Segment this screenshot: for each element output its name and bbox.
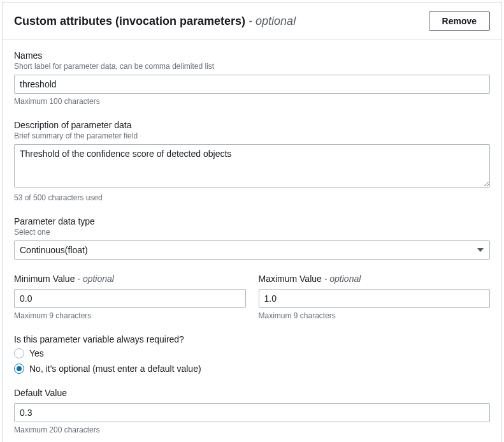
panel-title-wrap: Custom attributes (invocation parameters… — [14, 15, 296, 28]
max-value-input[interactable] — [259, 289, 491, 308]
default-value-label: Default Value — [14, 388, 490, 398]
panel-body: Names Short label for parameter data, ca… — [3, 40, 501, 442]
names-sublabel: Short label for parameter data, can be c… — [14, 62, 490, 71]
data-type-field: Parameter data type Select one Continuou… — [14, 216, 490, 260]
min-value-label-suffix: - optional — [75, 274, 113, 284]
default-value-field: Default Value Maximum 200 characters — [14, 388, 490, 434]
min-value-hint: Maximum 9 characters — [14, 311, 246, 320]
description-hint: 53 of 500 characters used — [14, 193, 490, 202]
min-value-input[interactable] — [14, 289, 246, 308]
required-radio-no-label: No, it's optional (must enter a default … — [29, 364, 201, 374]
default-value-hint: Maximum 200 characters — [14, 425, 490, 434]
required-label: Is this parameter variable always requir… — [14, 334, 490, 344]
required-radio-yes-label: Yes — [29, 348, 44, 358]
required-radio-group: Yes No, it's optional (must enter a defa… — [14, 348, 490, 374]
panel-title: Custom attributes (invocation parameters… — [14, 15, 245, 27]
custom-attributes-panel: Custom attributes (invocation parameters… — [2, 2, 502, 442]
max-value-hint: Maximum 9 characters — [259, 311, 491, 320]
data-type-select-wrap: Continuous(float) — [14, 240, 490, 260]
description-field: Description of parameter data Brief summ… — [14, 120, 490, 202]
min-value-label: Minimum Value — [14, 274, 75, 284]
description-label: Description of parameter data — [14, 120, 490, 130]
max-value-label: Maximum Value — [259, 274, 322, 284]
max-value-field: Maximum Value - optional Maximum 9 chara… — [259, 274, 491, 320]
panel-header: Custom attributes (invocation parameters… — [3, 3, 501, 40]
names-hint: Maximum 100 characters — [14, 97, 490, 106]
max-value-label-wrap: Maximum Value - optional — [259, 274, 491, 284]
required-radio-no-row: No, it's optional (must enter a default … — [14, 364, 490, 374]
remove-button[interactable]: Remove — [429, 11, 490, 31]
names-input[interactable] — [14, 75, 490, 94]
max-value-label-suffix: - optional — [322, 274, 361, 284]
panel-title-suffix: - optional — [245, 15, 296, 27]
required-radio-yes-row: Yes — [14, 348, 490, 358]
min-value-field: Minimum Value - optional Maximum 9 chara… — [14, 274, 246, 320]
description-sublabel: Brief summary of the parameter field — [14, 131, 490, 140]
required-field: Is this parameter variable always requir… — [14, 334, 490, 374]
min-value-label-wrap: Minimum Value - optional — [14, 274, 246, 284]
data-type-label: Parameter data type — [14, 216, 490, 226]
names-label: Names — [14, 50, 490, 61]
required-radio-no[interactable] — [14, 364, 24, 374]
data-type-sublabel: Select one — [14, 228, 490, 237]
data-type-select[interactable]: Continuous(float) — [14, 240, 490, 260]
min-max-row: Minimum Value - optional Maximum 9 chara… — [14, 274, 490, 334]
description-input[interactable] — [14, 144, 490, 188]
required-radio-yes[interactable] — [14, 348, 24, 358]
default-value-input[interactable] — [14, 403, 490, 422]
names-field: Names Short label for parameter data, ca… — [14, 50, 490, 106]
